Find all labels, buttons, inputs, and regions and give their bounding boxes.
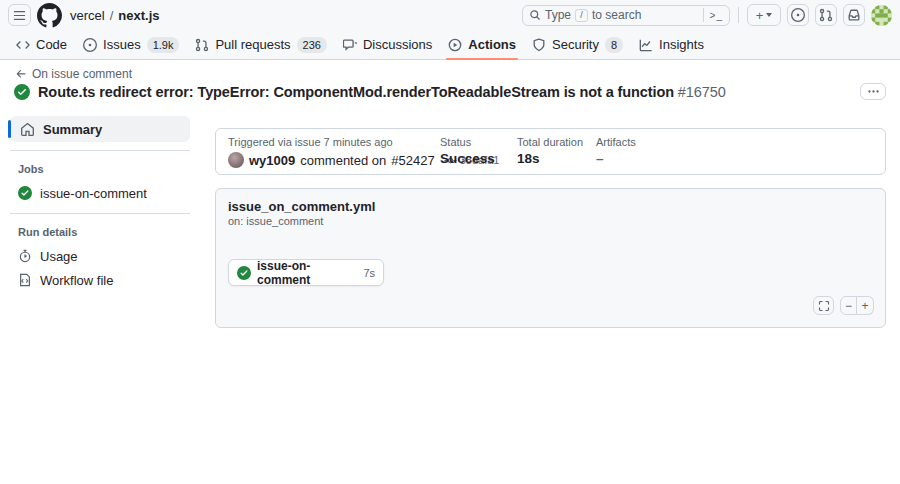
tab-label: Security bbox=[552, 37, 599, 52]
workflow-file-icon bbox=[18, 273, 32, 287]
workflow-graph-card: issue_on_comment.yml on: issue_comment i… bbox=[215, 188, 886, 328]
graph-icon bbox=[639, 38, 653, 52]
issues-dashboard-button[interactable] bbox=[787, 4, 809, 26]
tab-label: Issues bbox=[103, 37, 141, 52]
pull-requests-button[interactable] bbox=[815, 4, 837, 26]
header-divider bbox=[738, 7, 739, 23]
fullscreen-icon[interactable] bbox=[813, 296, 834, 315]
check-circle-icon bbox=[14, 84, 30, 100]
github-actions-run-page: vercel / next.js Type / to search >_ + bbox=[0, 0, 900, 484]
actor-action: commented on bbox=[300, 153, 386, 168]
code-icon bbox=[16, 38, 30, 52]
tab-label: Discussions bbox=[363, 37, 432, 52]
artifacts-label: Artifacts bbox=[596, 136, 636, 148]
slash-key-hint: / bbox=[575, 9, 588, 22]
play-icon bbox=[448, 38, 462, 52]
git-pull-request-icon bbox=[195, 38, 209, 52]
sidebar-workflow-file-label: Workflow file bbox=[40, 273, 113, 288]
graph-controls: − + bbox=[813, 296, 874, 315]
github-logo-icon[interactable] bbox=[37, 3, 62, 28]
check-circle-icon bbox=[237, 266, 251, 280]
back-to-workflow-link[interactable]: On issue comment bbox=[15, 67, 132, 81]
sidebar-job-label: issue-on-comment bbox=[40, 186, 147, 201]
user-avatar[interactable] bbox=[871, 5, 892, 26]
run-details-section-heading: Run details bbox=[10, 222, 190, 244]
issue-opened-icon bbox=[83, 38, 97, 52]
search-input[interactable]: Type / to search >_ bbox=[522, 5, 730, 26]
status-label: Status bbox=[440, 136, 471, 148]
workflow-trigger: on: issue_comment bbox=[228, 215, 323, 227]
jobs-section-heading: Jobs bbox=[10, 159, 190, 181]
back-link-label: On issue comment bbox=[32, 67, 132, 81]
command-palette-icon[interactable]: >_ bbox=[703, 8, 723, 22]
tab-actions[interactable]: Actions bbox=[440, 30, 524, 59]
tab-code[interactable]: Code bbox=[8, 30, 75, 59]
divider bbox=[10, 150, 190, 151]
header-top-row: vercel / next.js Type / to search >_ + bbox=[0, 0, 900, 30]
actor-avatar[interactable] bbox=[228, 152, 244, 168]
sidebar-item-workflow-file[interactable]: Workflow file bbox=[10, 268, 190, 292]
run-number: #16750 bbox=[678, 84, 726, 100]
comment-discussion-icon bbox=[343, 38, 357, 52]
create-new-button[interactable]: + bbox=[747, 4, 781, 26]
selected-indicator bbox=[8, 120, 11, 138]
divider bbox=[10, 213, 190, 214]
repo-tabs: Code Issues 1.9k Pull requests 236 Discu… bbox=[0, 30, 900, 59]
search-icon bbox=[529, 9, 541, 21]
plus-icon: + bbox=[756, 8, 764, 23]
run-title-row: Route.ts redirect error: TypeError: Comp… bbox=[14, 83, 886, 102]
search-placeholder-prefix: Type bbox=[545, 8, 571, 22]
tab-label: Code bbox=[36, 37, 67, 52]
zoom-in-button[interactable]: + bbox=[857, 296, 874, 315]
check-circle-icon bbox=[18, 186, 32, 200]
breadcrumb-repo[interactable]: next.js bbox=[118, 8, 159, 23]
header-actions: Type / to search >_ + bbox=[522, 4, 892, 26]
stopwatch-icon bbox=[18, 249, 32, 263]
kebab-horizontal-icon[interactable] bbox=[860, 83, 886, 100]
zoom-control-group: − + bbox=[840, 296, 874, 315]
sidebar-item-summary[interactable]: Summary bbox=[10, 116, 190, 142]
home-icon bbox=[20, 122, 35, 137]
sidebar-usage-label: Usage bbox=[40, 249, 78, 264]
sidebar-job-issue-on-comment[interactable]: issue-on-comment bbox=[10, 181, 190, 205]
workflow-file-name: issue_on_comment.yml bbox=[228, 199, 375, 214]
tab-pull-requests[interactable]: Pull requests 236 bbox=[187, 30, 335, 59]
run-sidebar: Summary Jobs issue-on-comment Run detail… bbox=[10, 116, 190, 292]
tab-issues[interactable]: Issues 1.9k bbox=[75, 30, 187, 59]
pull-requests-count-badge: 236 bbox=[297, 37, 327, 53]
sidebar-item-usage[interactable]: Usage bbox=[10, 244, 190, 268]
artifacts-value: – bbox=[596, 151, 604, 166]
menu-icon[interactable] bbox=[8, 4, 31, 26]
duration-label: Total duration bbox=[517, 136, 583, 148]
job-node-label: issue-on-comment bbox=[257, 259, 357, 287]
status-value: Success bbox=[440, 151, 495, 166]
zoom-out-button[interactable]: − bbox=[840, 296, 857, 315]
breadcrumb: vercel / next.js bbox=[70, 8, 160, 23]
breadcrumb-separator: / bbox=[110, 8, 114, 23]
tab-label: Pull requests bbox=[215, 37, 290, 52]
job-node-duration: 7s bbox=[363, 267, 375, 279]
notifications-button[interactable] bbox=[843, 4, 865, 26]
tab-security[interactable]: Security 8 bbox=[524, 30, 631, 59]
tab-label: Actions bbox=[468, 37, 516, 52]
job-node-issue-on-comment[interactable]: issue-on-comment 7s bbox=[228, 259, 384, 286]
breadcrumb-owner[interactable]: vercel bbox=[70, 8, 105, 23]
duration-value: 18s bbox=[517, 151, 540, 166]
run-summary-card: Triggered via issue 7 minutes ago wy1009… bbox=[215, 128, 886, 175]
sidebar-summary-label: Summary bbox=[43, 122, 102, 137]
arrow-left-icon bbox=[15, 68, 27, 80]
caret-down-icon bbox=[766, 13, 772, 17]
run-title: Route.ts redirect error: TypeError: Comp… bbox=[38, 83, 726, 102]
search-placeholder-suffix: to search bbox=[592, 8, 641, 22]
tab-label: Insights bbox=[659, 37, 704, 52]
run-title-text: Route.ts redirect error: TypeError: Comp… bbox=[38, 84, 674, 100]
tab-discussions[interactable]: Discussions bbox=[335, 30, 440, 59]
issue-ref-link[interactable]: #52427 bbox=[391, 153, 434, 168]
security-count-badge: 8 bbox=[605, 37, 623, 53]
global-header: vercel / next.js Type / to search >_ + bbox=[0, 0, 900, 60]
issues-count-badge: 1.9k bbox=[147, 37, 180, 53]
shield-icon bbox=[532, 38, 546, 52]
tab-insights[interactable]: Insights bbox=[631, 30, 712, 59]
actor-login[interactable]: wy1009 bbox=[249, 153, 295, 168]
